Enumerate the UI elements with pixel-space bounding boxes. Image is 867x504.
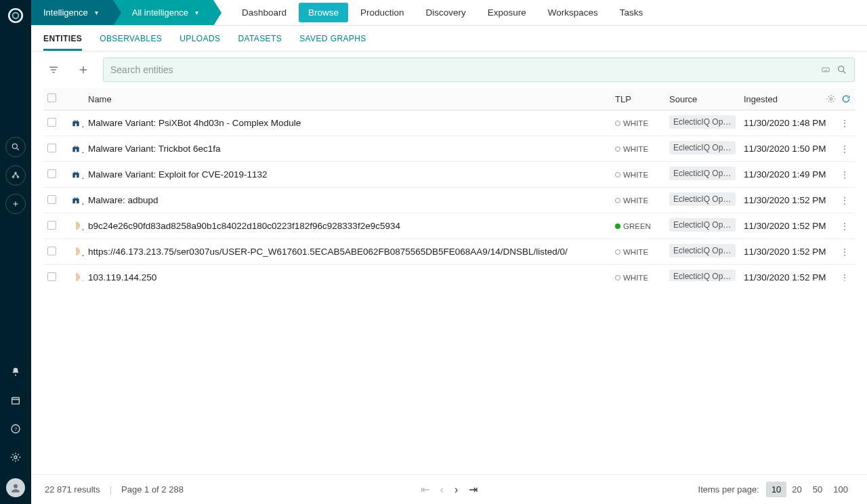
row-menu-icon[interactable]: ⋮ — [834, 110, 855, 136]
rail-settings-icon[interactable] — [5, 447, 26, 467]
svg-point-30 — [830, 98, 832, 100]
table-row[interactable]: Malware: adbupdWHITEEclecticIQ Open So…1… — [43, 188, 855, 213]
svg-point-0 — [9, 9, 22, 22]
table-row[interactable]: Malware Variant: PsiXBot 4hd03n - Comple… — [43, 110, 855, 136]
svg-point-5 — [12, 176, 14, 177]
perpage-10[interactable]: 10 — [766, 482, 786, 497]
subtab-entities[interactable]: ENTITIES — [43, 26, 82, 51]
row-checkbox[interactable] — [47, 247, 56, 255]
rail-add-icon[interactable] — [5, 194, 26, 214]
col-name[interactable]: Name — [84, 88, 611, 110]
table-row[interactable]: https://46.173.213.75/ser0307us/USER-PC_… — [43, 239, 855, 265]
keyboard-icon[interactable] — [820, 65, 831, 75]
row-checkbox[interactable] — [47, 118, 56, 127]
table-row[interactable]: b9c24e26c90fd83ad8258a90b1c84022d180c022… — [43, 213, 855, 239]
select-all-checkbox[interactable] — [47, 93, 56, 102]
subtab-saved-graphs[interactable]: SAVED GRAPHS — [299, 26, 366, 51]
row-menu-icon[interactable]: ⋮ — [834, 213, 855, 239]
tlp-badge: WHITE — [615, 248, 648, 256]
svg-line-7 — [14, 174, 16, 177]
topnav-tasks[interactable]: Tasks — [609, 0, 654, 25]
crumb-label: All intelligence — [132, 7, 188, 18]
finger-icon — [70, 272, 81, 282]
topnav-discovery[interactable]: Discovery — [415, 0, 477, 25]
row-ingested: 11/30/2020 1:52 PM — [740, 239, 834, 265]
crumb-scope[interactable]: All intelligence ▾ — [113, 0, 213, 25]
perpage-50[interactable]: 50 — [807, 482, 828, 497]
source-badge: EclecticIQ Open So… — [669, 115, 736, 129]
row-checkbox[interactable] — [47, 195, 56, 204]
row-menu-icon[interactable]: ⋮ — [834, 136, 855, 162]
crumb-label: Intelligence — [43, 7, 88, 18]
tlp-badge: WHITE — [615, 145, 648, 153]
row-checkbox[interactable] — [47, 144, 56, 152]
row-name: Malware Variant: Trickbot 6ec1fa — [84, 136, 611, 162]
tlp-badge: WHITE — [615, 171, 648, 179]
rail-calendar-icon[interactable] — [5, 390, 26, 411]
search-icon[interactable] — [837, 64, 847, 75]
columns-settings-icon[interactable] — [826, 94, 836, 104]
table-row[interactable]: Malware Variant: Trickbot 6ec1faWHITEEcl… — [43, 136, 855, 162]
subtab-datasets[interactable]: DATASETS — [238, 26, 282, 51]
row-name: 103.119.144.250 — [84, 265, 611, 282]
subtab-observables[interactable]: OBSERVABLES — [100, 26, 162, 51]
page-last-icon[interactable]: ⇥ — [469, 483, 478, 496]
search-input[interactable] — [110, 64, 815, 75]
col-tlp[interactable]: TLP — [611, 88, 665, 110]
table-row[interactable]: Malware Variant: Exploit for CVE-2019-11… — [43, 162, 855, 188]
row-name: Malware Variant: Exploit for CVE-2019-11… — [84, 162, 611, 188]
app-logo-icon[interactable] — [7, 7, 24, 24]
col-source[interactable]: Source — [665, 88, 740, 110]
rail-help-icon[interactable]: ? — [5, 419, 26, 439]
svg-point-4 — [15, 172, 16, 173]
col-ingested[interactable]: Ingested — [740, 88, 834, 110]
svg-point-16 — [14, 456, 17, 459]
row-menu-icon[interactable]: ⋮ — [834, 188, 855, 213]
row-checkbox[interactable] — [47, 272, 56, 281]
rail-search-icon[interactable] — [5, 137, 26, 157]
refresh-icon[interactable] — [841, 94, 851, 104]
page-indicator: Page 1 of 2 288 — [121, 484, 184, 495]
perpage-100[interactable]: 100 — [828, 482, 853, 497]
topnav-exposure[interactable]: Exposure — [477, 0, 537, 25]
add-button[interactable] — [73, 60, 93, 80]
svg-rect-23 — [822, 68, 830, 72]
row-checkbox[interactable] — [47, 221, 56, 230]
topnav-workspaces[interactable]: Workspaces — [537, 0, 609, 25]
topnav-dashboard[interactable]: Dashboard — [231, 0, 297, 25]
svg-rect-12 — [12, 398, 20, 404]
topnav-production[interactable]: Production — [350, 0, 415, 25]
row-menu-icon[interactable]: ⋮ — [834, 239, 855, 265]
svg-rect-32 — [75, 149, 77, 152]
row-menu-icon[interactable]: ⋮ — [834, 162, 855, 188]
svg-text:?: ? — [14, 426, 17, 432]
user-avatar[interactable] — [6, 478, 25, 497]
rail-graph-icon[interactable] — [5, 165, 26, 186]
rail-notifications-icon[interactable] — [5, 362, 26, 382]
svg-point-17 — [14, 484, 18, 488]
chevron-down-icon: ▾ — [195, 9, 198, 16]
tlp-badge: GREEN — [615, 222, 651, 230]
row-name: Malware Variant: PsiXBot 4hd03n - Comple… — [84, 110, 611, 136]
source-badge: EclecticIQ Open So… — [669, 244, 736, 257]
row-menu-icon[interactable]: ⋮ — [834, 265, 855, 282]
row-checkbox[interactable] — [47, 169, 56, 178]
table-row[interactable]: 103.119.144.250WHITEEclecticIQ Open So…1… — [43, 265, 855, 282]
row-ingested: 11/30/2020 1:50 PM — [740, 136, 834, 162]
row-ingested: 11/30/2020 1:52 PM — [740, 265, 834, 282]
finger-icon — [70, 246, 81, 257]
svg-rect-34 — [75, 201, 77, 203]
crumb-intelligence[interactable]: Intelligence ▾ — [31, 0, 113, 25]
row-name: https://46.173.213.75/ser0307us/USER-PC_… — [84, 239, 611, 265]
row-ingested: 11/30/2020 1:49 PM — [740, 162, 834, 188]
svg-point-2 — [12, 144, 17, 148]
paginator: ⇤ ‹ › ⇥ — [421, 483, 478, 496]
page-next-icon[interactable]: › — [454, 484, 458, 496]
search-bar[interactable] — [103, 58, 855, 82]
perpage-20[interactable]: 20 — [786, 482, 807, 497]
topnav-browse[interactable]: Browse — [299, 3, 348, 22]
page-first-icon: ⇤ — [421, 483, 429, 496]
filter-button[interactable] — [43, 60, 64, 80]
subtab-uploads[interactable]: UPLOADS — [179, 26, 220, 51]
svg-point-1 — [13, 13, 19, 19]
